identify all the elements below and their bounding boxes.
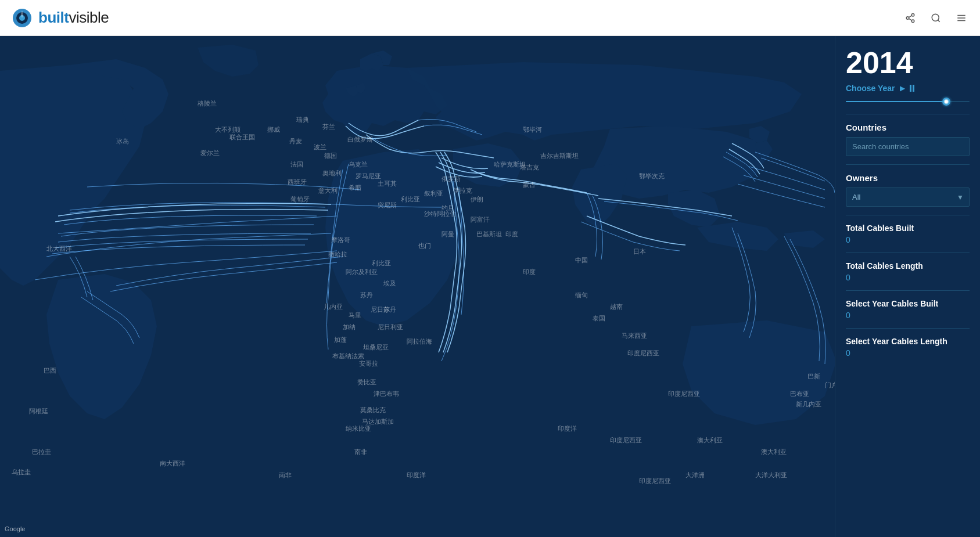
svg-text:阿曼: 阿曼 <box>441 230 454 237</box>
svg-text:西班牙: 西班牙 <box>288 178 307 185</box>
svg-line-6 <box>909 19 911 20</box>
svg-text:瑞典: 瑞典 <box>296 116 309 123</box>
svg-text:印度尼西亚: 印度尼西亚 <box>668 390 700 397</box>
total-cables-built-value: 0 <box>846 235 970 244</box>
svg-text:巴西: 巴西 <box>44 367 56 374</box>
map-container[interactable]: 格陵兰 冰岛 大不列颠 联合王国 爱尔兰 挪威 瑞典 芬兰 丹麦 波兰 白俄罗斯… <box>0 36 835 537</box>
svg-text:埃及: 埃及 <box>383 280 396 287</box>
svg-text:利比亚: 利比亚 <box>372 260 391 266</box>
svg-text:也门: 也门 <box>418 242 431 249</box>
svg-text:印度: 印度 <box>505 230 518 237</box>
svg-text:南非: 南非 <box>279 471 292 478</box>
select-year-cables-length-value: 0 <box>846 348 970 358</box>
svg-text:吉尔吉斯斯坦: 吉尔吉斯斯坦 <box>540 152 579 159</box>
svg-text:印度: 印度 <box>523 268 536 275</box>
svg-text:缅甸: 缅甸 <box>575 291 588 298</box>
map-svg: 格陵兰 冰岛 大不列颠 联合王国 爱尔兰 挪威 瑞典 芬兰 丹麦 波兰 白俄罗斯… <box>0 36 835 537</box>
svg-point-8 <box>932 14 939 21</box>
svg-text:苏丹: 苏丹 <box>383 306 396 313</box>
svg-text:冰岛: 冰岛 <box>116 138 129 145</box>
divider-3 <box>846 215 970 215</box>
header-icons <box>903 11 968 25</box>
svg-text:坦桑尼亚: 坦桑尼亚 <box>362 344 389 351</box>
svg-text:门户: 门户 <box>825 381 835 388</box>
right-panel: 2014 Choose Year ▶ Countries Owners All … <box>835 36 980 537</box>
svg-text:北大西洋: 北大西洋 <box>46 245 72 252</box>
logo-light: visible <box>69 9 109 26</box>
svg-text:几内亚: 几内亚 <box>324 303 343 310</box>
svg-text:澳大利亚: 澳大利亚 <box>697 437 723 444</box>
svg-text:联合王国: 联合王国 <box>229 134 255 140</box>
svg-text:中国: 中国 <box>575 257 588 264</box>
svg-text:马里: 马里 <box>349 312 361 319</box>
svg-line-7 <box>909 15 911 17</box>
svg-text:罗马尼亚: 罗马尼亚 <box>356 172 381 179</box>
logo-area: builtvisible <box>12 8 903 28</box>
total-cables-built-label: Total Cables Built <box>846 224 970 233</box>
svg-text:阿根廷: 阿根廷 <box>29 408 48 415</box>
svg-text:挪威: 挪威 <box>267 126 280 133</box>
logo-text: builtvisible <box>38 9 109 27</box>
svg-text:印度尼西亚: 印度尼西亚 <box>627 349 659 356</box>
svg-text:马达加斯加: 马达加斯加 <box>362 418 394 425</box>
svg-point-3 <box>911 13 914 16</box>
svg-text:印度尼西亚: 印度尼西亚 <box>639 477 671 484</box>
select-year-cables-length-label: Select Year Cables Length <box>846 337 970 346</box>
svg-text:巴新: 巴新 <box>807 373 820 380</box>
svg-text:丹麦: 丹麦 <box>289 138 302 145</box>
svg-text:土耳其: 土耳其 <box>378 180 397 187</box>
svg-text:格陵兰: 格陵兰 <box>197 100 217 107</box>
share-icon[interactable] <box>903 11 917 25</box>
svg-text:波兰: 波兰 <box>314 143 326 150</box>
logo-bold: built <box>38 9 69 26</box>
divider-6 <box>846 328 970 329</box>
svg-text:伊朗: 伊朗 <box>471 196 483 203</box>
svg-text:利比亚: 利比亚 <box>401 196 420 203</box>
svg-text:巴布亚: 巴布亚 <box>790 390 809 397</box>
svg-text:南大西洋: 南大西洋 <box>160 460 185 467</box>
svg-text:叙利亚: 叙利亚 <box>424 190 443 197</box>
owners-select[interactable]: All Private Government Consortium <box>846 188 970 207</box>
svg-text:加蓬: 加蓬 <box>334 336 347 343</box>
slider-thumb[interactable] <box>942 98 950 106</box>
search-icon[interactable] <box>929 11 943 25</box>
search-countries-input[interactable] <box>846 137 970 156</box>
year-slider[interactable] <box>846 101 970 102</box>
google-watermark: Google <box>5 525 25 532</box>
svg-text:鄂毕河: 鄂毕河 <box>523 126 542 133</box>
svg-text:泰国: 泰国 <box>593 315 605 322</box>
svg-text:阿富汗: 阿富汗 <box>471 216 490 223</box>
svg-text:大不列颠: 大不列颠 <box>215 126 240 133</box>
svg-text:阿尔及利亚: 阿尔及利亚 <box>346 268 378 275</box>
pause-icon[interactable] <box>910 85 914 92</box>
slider-fill <box>846 101 945 102</box>
choose-year-label[interactable]: Choose Year <box>846 84 895 93</box>
choose-year-row: Choose Year ▶ <box>846 84 970 93</box>
total-cables-length-value: 0 <box>846 273 970 282</box>
svg-text:德国: 德国 <box>324 152 337 159</box>
svg-text:赞比亚: 赞比亚 <box>357 379 376 385</box>
svg-text:白俄罗斯: 白俄罗斯 <box>347 136 373 143</box>
divider-1 <box>846 114 970 114</box>
svg-text:澳大利亚: 澳大利亚 <box>761 448 787 455</box>
divider-5 <box>846 290 970 291</box>
year-display: 2014 <box>846 48 970 78</box>
header: builtvisible <box>0 0 980 36</box>
svg-point-5 <box>911 20 914 23</box>
menu-icon[interactable] <box>954 11 968 25</box>
svg-text:印度尼西亚: 印度尼西亚 <box>610 437 642 444</box>
svg-text:阿拉伯海: 阿拉伯海 <box>407 338 432 345</box>
svg-text:伊拉克: 伊拉克 <box>453 187 472 194</box>
svg-text:印度洋: 印度洋 <box>558 425 577 432</box>
svg-text:蒙古: 蒙古 <box>523 181 536 188</box>
svg-text:塔吉克: 塔吉克 <box>519 164 539 171</box>
svg-text:日本: 日本 <box>633 248 646 255</box>
svg-text:巴基斯坦: 巴基斯坦 <box>476 230 502 237</box>
svg-text:安哥拉: 安哥拉 <box>359 360 378 367</box>
svg-text:南非: 南非 <box>354 448 367 455</box>
play-icon[interactable]: ▶ <box>900 84 905 92</box>
slider-track <box>846 101 970 102</box>
svg-text:苏丹: 苏丹 <box>360 291 373 298</box>
select-year-cables-built-value: 0 <box>846 311 970 320</box>
svg-text:鄂毕次克: 鄂毕次克 <box>639 172 665 179</box>
